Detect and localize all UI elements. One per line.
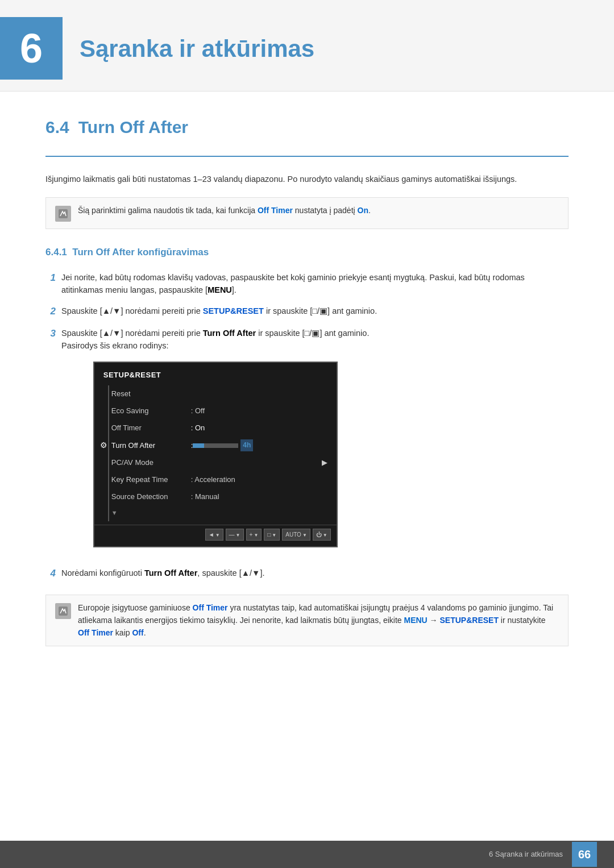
tri-down-4 bbox=[272, 530, 276, 539]
page-footer: 6 Sąranka ir atkūrimas 66 bbox=[0, 841, 614, 868]
slider-value-label: 4h bbox=[240, 439, 253, 451]
reset-label: Reset bbox=[111, 388, 191, 400]
menu-item-reset: Reset bbox=[94, 385, 337, 402]
section-number: 6.4 bbox=[45, 114, 69, 140]
step-1: 1 Jei norite, kad būtų rodomas klavišų v… bbox=[45, 271, 569, 297]
section-name: Turn Off After bbox=[78, 114, 188, 140]
subsection-title: 6.4.1 Turn Off After konfigūravimas bbox=[45, 245, 569, 260]
screen-container: SETUP&RESET Reset Eco Saving : Off bbox=[61, 362, 369, 547]
menu-bold: MENU bbox=[208, 285, 232, 294]
key-repeat-label: Key Repeat Time bbox=[111, 474, 191, 485]
source-label: Source Detection bbox=[111, 491, 191, 502]
note-box-1: Šią parinktimi galima naudotis tik tada,… bbox=[45, 197, 569, 229]
menu-item-off-timer: Off Timer : On bbox=[94, 420, 337, 437]
section-divider bbox=[45, 156, 569, 157]
svg-rect-1 bbox=[59, 607, 68, 616]
note1-before: Šią parinktimi galima naudotis tik tada,… bbox=[78, 206, 258, 215]
main-content: 6.4 Turn Off After Išjungimo laikmatis g… bbox=[0, 114, 614, 708]
step2-setup: SETUP&RESET bbox=[203, 306, 264, 315]
note1-bold1: Off Timer bbox=[258, 206, 293, 215]
note1-after: . bbox=[368, 206, 371, 215]
note2-off-timer1: Off Timer bbox=[193, 603, 228, 612]
chapter-number: 6 bbox=[0, 17, 63, 80]
pencil-icon-2 bbox=[58, 606, 68, 616]
tri-down-5 bbox=[302, 530, 307, 539]
subsection-name: Turn Off After konfigūravimas bbox=[72, 247, 209, 258]
intro-paragraph: Išjungimo laikmatis gali būti nustatomas… bbox=[45, 173, 569, 186]
tri-down-6 bbox=[323, 530, 327, 539]
subsection-number: 6.4.1 bbox=[45, 247, 67, 258]
step-3-content: Spauskite [▲/▼] norėdami pereiti prie Tu… bbox=[61, 327, 369, 559]
btn-square: □ bbox=[264, 529, 280, 541]
step-num-2: 2 bbox=[45, 304, 56, 319]
note-2-text: Europoje įsigytuose gaminiuose Off Timer… bbox=[78, 602, 559, 639]
section-title: 6.4 Turn Off After bbox=[45, 114, 569, 140]
more-indicator: ▼ bbox=[111, 508, 118, 518]
menu-item-turn-off-after: ⚙ Turn Off After : 4h bbox=[94, 437, 337, 454]
btn-plus: + bbox=[246, 529, 262, 541]
step-3-subtext: Pasirodys šis ekrano rodinys: bbox=[61, 341, 169, 350]
btn-auto: AUTO bbox=[282, 529, 310, 541]
gear-icon: ⚙ bbox=[100, 439, 107, 452]
off-timer-value: : On bbox=[191, 422, 205, 434]
note2-setup: SETUP&RESET bbox=[440, 616, 499, 625]
eco-label: Eco Saving bbox=[111, 405, 191, 417]
btn-minus: — bbox=[226, 529, 244, 541]
step-4: 4 Norėdami konfigūruoti Turn Off After, … bbox=[45, 567, 569, 581]
screen-bottom-bar: ◄ — + □ AUTO ⏻ bbox=[94, 525, 337, 542]
menu-item-key-repeat: Key Repeat Time : Acceleration bbox=[94, 471, 337, 488]
btn-left: ◄ bbox=[205, 529, 223, 541]
slider-fill bbox=[193, 443, 204, 448]
tri-down-2 bbox=[236, 530, 240, 539]
steps-list: 1 Jei norite, kad būtų rodomas klavišų v… bbox=[45, 271, 569, 582]
pcav-label: PC/AV Mode bbox=[111, 457, 191, 468]
step-2: 2 Spauskite [▲/▼] norėdami pereiti prie … bbox=[45, 305, 569, 319]
step-num-1: 1 bbox=[45, 271, 56, 285]
note1-middle: nustatyta į padėtį bbox=[293, 206, 358, 215]
eco-value: : Off bbox=[191, 405, 205, 417]
slider-bar bbox=[193, 443, 238, 448]
step-num-4: 4 bbox=[45, 566, 56, 581]
step3-turn-off: Turn Off After bbox=[203, 329, 256, 338]
step-num-3: 3 bbox=[45, 326, 56, 341]
note-box-2: Europoje įsigytuose gaminiuose Off Timer… bbox=[45, 595, 569, 646]
tri-down-3 bbox=[254, 530, 258, 539]
note1-bold2: On bbox=[358, 206, 368, 215]
page-number: 66 bbox=[572, 842, 597, 867]
tri-down-1 bbox=[215, 530, 220, 539]
chapter-title: Sąranka ir atkūrimas bbox=[80, 31, 314, 67]
step-text-2: Spauskite [▲/▼] norėdami pereiti prie SE… bbox=[61, 305, 377, 317]
screen-header: SETUP&RESET bbox=[94, 369, 337, 385]
screen-mock: SETUP&RESET Reset Eco Saving : Off bbox=[93, 362, 338, 547]
slider-container: 4h bbox=[193, 439, 253, 451]
note2-menu: MENU bbox=[404, 616, 428, 625]
note2-off: Off bbox=[132, 628, 143, 637]
note2-off-timer2: Off Timer bbox=[78, 628, 113, 637]
off-timer-label: Off Timer bbox=[111, 422, 191, 434]
pencil-icon bbox=[58, 209, 68, 219]
step-text-4: Norėdami konfigūruoti Turn Off After, sp… bbox=[61, 567, 265, 579]
step-3: 3 Spauskite [▲/▼] norėdami pereiti prie … bbox=[45, 327, 569, 559]
note-icon-2 bbox=[55, 603, 71, 619]
key-repeat-value: : Acceleration bbox=[191, 474, 235, 485]
menu-item-pcav: PC/AV Mode ▶ bbox=[94, 454, 337, 471]
note-1-text: Šią parinktimi galima naudotis tik tada,… bbox=[78, 205, 371, 217]
menu-items-container: Reset Eco Saving : Off Off Timer : On bbox=[94, 385, 337, 521]
note-icon-1 bbox=[55, 206, 71, 222]
chapter-header: 6 Sąranka ir atkūrimas bbox=[0, 0, 614, 92]
pcav-arrow: ▶ bbox=[322, 457, 327, 468]
menu-item-eco: Eco Saving : Off bbox=[94, 402, 337, 420]
step4-turn-off: Turn Off After bbox=[144, 568, 197, 578]
btn-power: ⏻ bbox=[313, 529, 331, 541]
turn-off-after-label: Turn Off After bbox=[111, 440, 191, 451]
menu-item-source: Source Detection : Manual bbox=[94, 488, 337, 505]
footer-chapter-text: 6 Sąranka ir atkūrimas bbox=[489, 849, 563, 860]
source-value: : Manual bbox=[191, 491, 219, 502]
step-text-3: Spauskite [▲/▼] norėdami pereiti prie Tu… bbox=[61, 329, 369, 338]
menu-item-more: ▼ bbox=[94, 505, 337, 521]
svg-rect-0 bbox=[59, 209, 68, 218]
step-text-1: Jei norite, kad būtų rodomas klavišų vad… bbox=[61, 271, 569, 297]
